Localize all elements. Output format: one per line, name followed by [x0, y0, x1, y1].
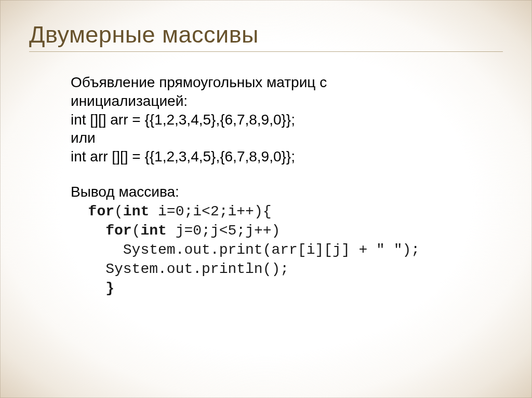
- code-line-4: System.out.println();: [71, 260, 500, 279]
- declaration-code-1: int [][] arr = {{1,2,3,4,5},{6,7,8,9,0}}…: [71, 111, 500, 129]
- keyword-int: int: [123, 203, 149, 219]
- title-block: Двумерные массивы: [29, 21, 503, 52]
- or-word: или: [71, 129, 500, 147]
- intro-line-1: Объявление прямоугольных матриц с: [71, 73, 500, 92]
- keyword-int: int: [140, 223, 166, 239]
- code-line-1: for(int i=0;i<2;i++){: [71, 202, 500, 222]
- slide: Двумерные массивы Объявление прямоугольн…: [0, 0, 532, 398]
- title-underline: [29, 51, 503, 52]
- keyword-for: for: [88, 203, 114, 219]
- keyword-for: for: [105, 223, 131, 239]
- output-label: Вывод массива:: [71, 183, 500, 201]
- code-line-5: }: [71, 279, 500, 298]
- code-block: for(int i=0;i<2;i++){ for(int j=0;j<5;j+…: [71, 202, 500, 298]
- code-line-2: for(int j=0;j<5;j++): [71, 222, 500, 241]
- intro-line-2: инициализацией:: [71, 92, 500, 111]
- code-line-3: System.out.print(arr[i][j] + " ");: [71, 241, 500, 260]
- slide-content: Объявление прямоугольных матриц с инициа…: [71, 73, 500, 298]
- slide-title: Двумерные массивы: [29, 21, 503, 49]
- declaration-code-2: int arr [][] = {{1,2,3,4,5},{6,7,8,9,0}}…: [71, 147, 500, 166]
- blank-line: [71, 166, 500, 183]
- closing-brace: }: [105, 280, 114, 296]
